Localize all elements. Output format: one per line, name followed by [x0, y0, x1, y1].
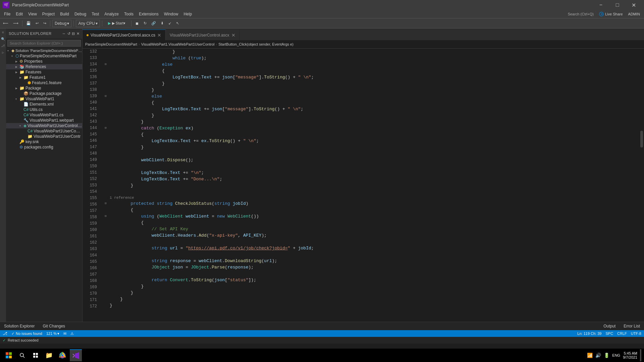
- menu-tools[interactable]: Tools: [121, 10, 136, 18]
- collapse-155[interactable]: ⊟: [104, 200, 108, 207]
- taskbar-search-button[interactable]: [16, 349, 28, 361]
- tree-item-vwp1uc-folder[interactable]: 📁 VisualWebPart1UserContr: [6, 134, 82, 139]
- maximize-button[interactable]: □: [610, 0, 625, 10]
- menu-analyze[interactable]: Analyze: [102, 10, 121, 18]
- collapse-144[interactable]: ⊟: [104, 125, 108, 131]
- tab-solution-explorer[interactable]: Solution Explorer: [3, 323, 36, 329]
- step-over-button[interactable]: ⬇: [159, 20, 165, 27]
- menu-help[interactable]: Help: [181, 10, 195, 18]
- se-refresh-icon[interactable]: ↺: [67, 32, 71, 36]
- start-menu-button[interactable]: [3, 349, 15, 361]
- undo-button[interactable]: ↩: [34, 20, 40, 27]
- minimize-button[interactable]: −: [593, 0, 608, 10]
- save-button[interactable]: 💾: [24, 20, 33, 27]
- breadcrumb-method[interactable]: StartButton_Click(object sender, EventAr…: [218, 42, 293, 46]
- status-zoom[interactable]: 121 % ▾: [46, 331, 59, 336]
- redo-button[interactable]: ↪: [42, 20, 48, 27]
- tab-ascx-cs[interactable]: VisualWebPart1UserControl.ascx.cs ✕: [83, 29, 166, 40]
- status-spaces[interactable]: SPC: [605, 331, 613, 336]
- tree-item-packages-config[interactable]: ⚙ packages.config: [6, 144, 82, 150]
- step-into-button[interactable]: ↙: [167, 20, 173, 27]
- close-button[interactable]: ✕: [626, 0, 641, 10]
- step-out-button[interactable]: ↖: [174, 20, 181, 27]
- tree-item-references[interactable]: ▶ 📚 References: [6, 64, 82, 69]
- back-button[interactable]: ⟵: [1, 20, 10, 27]
- tab-ascx[interactable]: VisualWebPart1UserControl.ascx ✕: [166, 29, 240, 40]
- collapse-132[interactable]: [104, 49, 108, 55]
- menu-project[interactable]: Project: [40, 10, 57, 18]
- tree-item-vwp1-cs[interactable]: C# VisualWebPart1.cs: [6, 112, 82, 118]
- taskbar-vs-button[interactable]: [70, 349, 82, 361]
- tree-item-vwp1uc-a[interactable]: C# VisualWebPart1UserControl.a: [6, 128, 82, 134]
- tab-close-ascx[interactable]: ✕: [231, 33, 235, 38]
- breadcrumb-class[interactable]: VisualWebPart1.VisualWebPart1UserControl: [141, 42, 215, 46]
- se-sync-icon[interactable]: ↔: [62, 32, 66, 36]
- se-collapse-icon[interactable]: ⊟: [72, 32, 75, 36]
- tab-git-changes[interactable]: Git Changes: [41, 323, 66, 329]
- collapse-134[interactable]: ⊟: [104, 61, 108, 68]
- tab-close-cs[interactable]: ✕: [157, 33, 161, 38]
- status-message-bar: ✓ Retract succeeded: [0, 337, 644, 344]
- stop-button[interactable]: ⏹: [133, 20, 141, 27]
- status-feedback-icon[interactable]: ✉: [63, 331, 66, 336]
- tree-item-feature1[interactable]: ▶ 📁 Feature1: [6, 75, 82, 80]
- tree-item-features[interactable]: ▶ 📁 Features: [6, 69, 82, 75]
- tree-item-elements-xml[interactable]: 📄 Elements.xml: [6, 102, 82, 107]
- tree-item-feature1-feature[interactable]: ⬢ Feature1.feature: [6, 80, 82, 85]
- debug-activity-icon[interactable]: ▷: [0, 50, 6, 55]
- collapse-139[interactable]: ⊟: [104, 93, 108, 100]
- taskbar-chrome-button[interactable]: [56, 349, 68, 361]
- tree-item-package[interactable]: ▶ 📁 Package: [6, 85, 82, 91]
- menu-build[interactable]: Build: [57, 10, 72, 18]
- tree-item-key-snk[interactable]: 🔑 key.snk: [6, 139, 82, 144]
- menu-extensions[interactable]: Extensions: [136, 10, 161, 18]
- attach-button[interactable]: 🔗: [150, 20, 158, 27]
- debug-mode-dropdown[interactable]: Debug ▾: [52, 20, 71, 27]
- line-num-172: 172: [83, 303, 97, 310]
- status-no-issues[interactable]: ✓ No issues found: [11, 331, 42, 336]
- tree-item-package-pkg[interactable]: 📦 Package.package: [6, 91, 82, 96]
- tab-output[interactable]: Output: [602, 323, 617, 329]
- show-desktop-button[interactable]: [640, 349, 641, 361]
- git-icon[interactable]: ⎇: [0, 43, 6, 49]
- tree-item-solution[interactable]: ▾ ◆ Solution 'ParseSimpleDocumentWebPart…: [6, 48, 82, 53]
- solution-explorer-icon[interactable]: ≡: [0, 30, 6, 35]
- menu-test[interactable]: Test: [89, 10, 102, 18]
- search-box[interactable]: Search (Ctrl+Q): [568, 12, 594, 16]
- tree-item-vwp1-webpart[interactable]: 🔧 VisualWebPart1.webpart: [6, 118, 82, 123]
- live-share-button[interactable]: Live Share: [596, 11, 626, 17]
- se-search-input[interactable]: [7, 40, 81, 47]
- code-content[interactable]: } while (true); ⊟ else: [101, 49, 639, 322]
- forward-button[interactable]: ⟶: [11, 20, 20, 27]
- collapse-157[interactable]: ⊟: [104, 213, 108, 220]
- menu-edit[interactable]: Edit: [13, 10, 25, 18]
- status-line-col[interactable]: Ln: 119 Ch: 39: [577, 331, 601, 336]
- taskbar-clock[interactable]: 5:45 AM 9/7/2021: [623, 351, 637, 359]
- status-line-ending[interactable]: CRLF: [617, 331, 627, 336]
- menu-window[interactable]: Window: [161, 10, 181, 18]
- tab-error-list[interactable]: Error List: [622, 323, 641, 329]
- menu-debug[interactable]: Debug: [72, 10, 89, 18]
- tree-item-project[interactable]: ▾ ⬡ ParseSimpleDocumentWebPart: [6, 53, 82, 59]
- se-close-icon[interactable]: ✕: [76, 32, 80, 36]
- tree-item-properties[interactable]: ▶ ⚙ Properties: [6, 59, 82, 64]
- search-activity-icon[interactable]: 🔍: [0, 37, 6, 42]
- platform-dropdown[interactable]: Any CPU ▾: [76, 20, 100, 27]
- restart-button[interactable]: ↻: [142, 20, 148, 27]
- status-encoding[interactable]: UTF-8: [631, 331, 641, 336]
- vertical-scrollbar[interactable]: [639, 49, 644, 322]
- tree-item-vwp1uc-ascx[interactable]: ▾ ◈ VisualWebPart1UserControl.ascx: [6, 123, 82, 128]
- breadcrumb-project[interactable]: ParseSimpleDocumentWebPart: [85, 42, 137, 46]
- task-view-button[interactable]: [30, 349, 42, 361]
- start-button[interactable]: ▶ ▶ Start ▾: [104, 20, 129, 27]
- menu-file[interactable]: File: [1, 10, 13, 18]
- scroll-thumb[interactable]: [640, 131, 643, 147]
- tree-item-utils-cs[interactable]: C# Utils.cs: [6, 107, 82, 112]
- taskbar-input-lang[interactable]: ENG: [612, 353, 620, 357]
- chrome-icon: [59, 352, 66, 359]
- taskbar-explorer-button[interactable]: 📁: [43, 349, 55, 361]
- menu-view[interactable]: View: [25, 10, 40, 18]
- tree-label: packages.config: [24, 145, 53, 149]
- status-warn-icon[interactable]: ⚠: [70, 331, 74, 336]
- tree-item-visualwebpart1[interactable]: ▾ 📁 VisualWebPart1: [6, 96, 82, 102]
